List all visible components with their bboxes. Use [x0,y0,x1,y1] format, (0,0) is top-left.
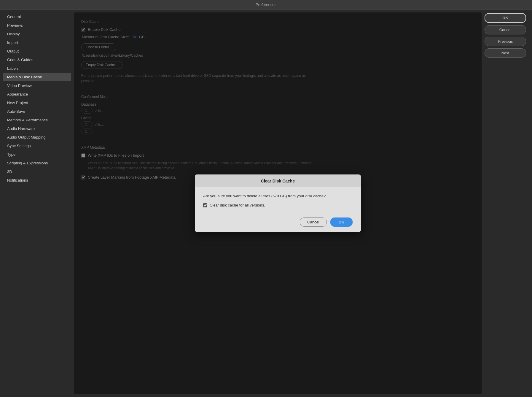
sidebar-item-media-disk-cache[interactable]: Media & Disk Cache [3,73,71,81]
modal-body: Are you sure you want to delete all file… [195,187,361,214]
sidebar-item-general[interactable]: General [3,12,71,21]
sidebar-item-scripting-expressions[interactable]: Scripting & Expressions [3,159,71,167]
sidebar-item-import[interactable]: Import [3,38,71,47]
sidebar-item-3d[interactable]: 3D [3,167,71,176]
ok-button[interactable]: OK [485,13,526,23]
modal-dialog: Clear Disk Cache Are you sure you want t… [195,174,361,232]
next-button[interactable]: Next [485,48,526,58]
cancel-button[interactable]: Cancel [485,25,526,34]
right-panel: OK Cancel Previous Next [485,12,529,394]
modal-footer: Cancel OK [195,214,361,232]
sidebar-item-new-project[interactable]: New Project [3,99,71,107]
sidebar-item-type[interactable]: Type [3,150,71,159]
sidebar-item-display[interactable]: Display [3,30,71,38]
modal-checkbox-row: Clear disk cache for all versions. [203,203,353,207]
modal-title: Clear Disk Cache [195,174,361,187]
sidebar-item-previews[interactable]: Previews [3,21,71,30]
sidebar-item-audio-hardware[interactable]: Audio Hardware [3,124,71,133]
sidebar-item-grids-guides[interactable]: Grids & Guides [3,55,71,64]
sidebar: GeneralPreviewsDisplayImportOutputGrids … [3,12,71,394]
sidebar-item-notifications[interactable]: Notifications [3,176,71,185]
clear-all-versions-label: Clear disk cache for all versions. [210,203,265,207]
content-area: Disk Cache Enable Disk Cache Maximum Dis… [74,12,482,394]
sidebar-item-labels[interactable]: Labels [3,64,71,73]
sidebar-item-auto-save[interactable]: Auto-Save [3,107,71,116]
sidebar-item-audio-output-mapping[interactable]: Audio Output Mapping [3,133,71,142]
previous-button[interactable]: Previous [485,37,526,46]
sidebar-item-appearance[interactable]: Appearance [3,90,71,99]
sidebar-item-video-preview[interactable]: Video Preview [3,81,71,90]
modal-cancel-button[interactable]: Cancel [300,217,326,227]
sidebar-item-output[interactable]: Output [3,47,71,55]
modal-message: Are you sure you want to delete all file… [203,194,353,198]
modal-overlay: Clear Disk Cache Are you sure you want t… [74,12,482,394]
modal-ok-button[interactable]: OK [330,217,353,227]
sidebar-item-memory-performance[interactable]: Memory & Performance [3,116,71,124]
main-layout: GeneralPreviewsDisplayImportOutputGrids … [0,9,532,397]
title-bar: Preferences [0,0,532,9]
sidebar-item-sync-settings[interactable]: Sync Settings [3,142,71,150]
window-title: Preferences [256,2,276,7]
clear-all-versions-checkbox[interactable] [203,203,207,207]
